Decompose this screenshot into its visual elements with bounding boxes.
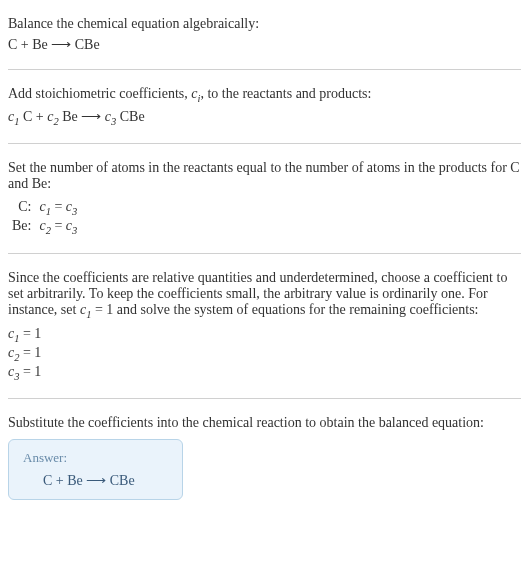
stoich-equation: c1 C + c2 Be ⟶ c3 CBe: [8, 108, 521, 127]
stoich-text-after: , to the reactants and products:: [200, 86, 371, 101]
answer-label: Answer:: [23, 450, 168, 466]
sub-right: 3: [72, 205, 77, 216]
stoich-text: Add stoichiometric coefficients, ci, to …: [8, 86, 521, 104]
atom-label: Be:: [8, 217, 35, 237]
stoich-t1: C +: [19, 109, 47, 124]
coeff-item: c1 = 1: [8, 326, 521, 344]
atoms-table: C: c1 = c3 Be: c2 = c3: [8, 198, 81, 238]
answer-box: Answer: C + Be ⟶ CBe: [8, 439, 183, 500]
answer-equation: C + Be ⟶ CBe: [23, 472, 168, 489]
solve-section: Since the coefficients are relative quan…: [8, 262, 521, 390]
coeff-item: c3 = 1: [8, 364, 521, 382]
table-row: Be: c2 = c3: [8, 217, 81, 237]
stoich-text-before: Add stoichiometric coefficients,: [8, 86, 191, 101]
atoms-text: Set the number of atoms in the reactants…: [8, 160, 521, 192]
solve-text: Since the coefficients are relative quan…: [8, 270, 521, 320]
final-section: Substitute the coefficients into the che…: [8, 407, 521, 508]
table-row: C: c1 = c3: [8, 198, 81, 218]
atom-eq: c2 = c3: [35, 217, 81, 237]
solve-text-after: = 1 and solve the system of equations fo…: [91, 302, 478, 317]
eq-mid: =: [51, 218, 66, 233]
divider: [8, 253, 521, 254]
coeff-item: c2 = 1: [8, 345, 521, 363]
divider: [8, 69, 521, 70]
coeff-list: c1 = 1 c2 = 1 c3 = 1: [8, 326, 521, 381]
eq-mid: =: [51, 199, 66, 214]
atom-eq: c1 = c3: [35, 198, 81, 218]
coeff-val: = 1: [19, 345, 41, 360]
intro-heading: Balance the chemical equation algebraica…: [8, 16, 521, 32]
coeff-val: = 1: [19, 326, 41, 341]
intro-equation: C + Be ⟶ CBe: [8, 36, 521, 53]
atoms-section: Set the number of atoms in the reactants…: [8, 152, 521, 246]
divider: [8, 398, 521, 399]
sub-right: 3: [72, 225, 77, 236]
coeff-val: = 1: [19, 364, 41, 379]
final-text: Substitute the coefficients into the che…: [8, 415, 521, 431]
stoich-t3: CBe: [116, 109, 144, 124]
divider: [8, 143, 521, 144]
intro-section: Balance the chemical equation algebraica…: [8, 8, 521, 61]
stoich-section: Add stoichiometric coefficients, ci, to …: [8, 78, 521, 135]
atom-label: C:: [8, 198, 35, 218]
stoich-t2: Be ⟶: [59, 109, 105, 124]
